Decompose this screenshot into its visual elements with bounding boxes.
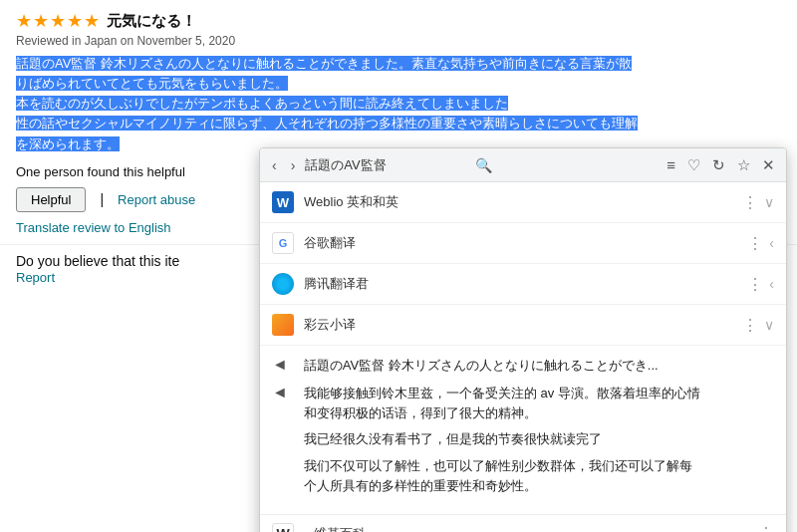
weblio-dots[interactable]: ⋮ [742, 193, 758, 212]
weblio-label: Weblio 英和和英 [304, 193, 738, 211]
report-abuse-link[interactable]: Report abuse [118, 192, 195, 207]
caiyun-logo [272, 314, 294, 336]
google-chevron: ‹ [769, 235, 774, 251]
bottom-text: Do you believe that this ite [16, 253, 179, 269]
result-bullet-1: ◄ [272, 356, 288, 374]
popup-result-text-1: 話題のAV監督 鈴木リズさんの人となりに触れることができ... [304, 356, 659, 376]
wiki-dots[interactable]: ⋮ [758, 524, 774, 532]
popup-result-row-2: ◄ 我能够接触到铃木里兹，一个备受关注的 av 导演。散落着坦率的心情和变得积极… [272, 384, 774, 496]
popup-row-google[interactable]: G 谷歌翻译 ⋮ ‹ [260, 223, 786, 264]
tencent-chevron: ‹ [769, 276, 774, 292]
tencent-logo [272, 273, 294, 295]
popup-search-icon[interactable]: 🔍 [475, 157, 492, 173]
popup-result-text-2c: 我们不仅可以了解性，也可以了解性别少数群体，我们还可以了解每个人所具有的多样性的… [304, 456, 700, 496]
caiyun-label: 彩云小译 [304, 316, 738, 334]
popup-result-row-1: ◄ 話題のAV監督 鈴木リズさんの人となりに触れることができ... [272, 356, 774, 376]
caiyun-dots[interactable]: ⋮ [742, 316, 758, 335]
review-body: 話題のAV監督 鈴木リズさんの人となりに触れることができました。素直な気持ちや前… [16, 54, 781, 154]
popup-close-icon[interactable]: ✕ [759, 154, 778, 176]
weblio-chevron: ∨ [764, 194, 774, 210]
highlighted-text-1: 話題のAV監督 鈴木リズさんの人となりに触れることができました。素直な気持ちや前… [16, 56, 632, 91]
result-bullet-2: ◄ [272, 384, 288, 401]
popup-row-tencent[interactable]: 腾讯翻译君 ⋮ ‹ [260, 264, 786, 305]
popup-loop-icon[interactable]: ↻ [709, 154, 728, 176]
separator: | [100, 191, 104, 207]
google-dots[interactable]: ⋮ [747, 234, 763, 253]
translation-popup: ‹ › 話題のAV監督 🔍 ≡ ♡ ↻ ☆ ✕ W Weblio 英和和英 ⋮ … [259, 147, 787, 532]
google-logo: G [272, 232, 294, 254]
popup-title: 話題のAV監督 [305, 156, 464, 174]
review-title: 元気になる！ [107, 12, 196, 31]
popup-heart-icon[interactable]: ♡ [684, 154, 703, 176]
caiyun-chevron: ∨ [764, 317, 774, 333]
google-label: 谷歌翻译 [304, 234, 743, 252]
popup-result-text-2a: 我能够接触到铃木里兹，一个备受关注的 av 导演。散落着坦率的心情和变得积极的话… [304, 384, 700, 423]
popup-back-button[interactable]: ‹ [268, 155, 281, 175]
star-rating: ★★★★★ [16, 10, 101, 32]
highlighted-text-2: 本を読むのが久しぶりでしたがテンポもよくあっという間に読み終えてしまいました [16, 96, 508, 111]
wiki-logo: W [272, 523, 294, 532]
popup-result-text-2b: 我已经很久没有看书了，但是我的节奏很快就读完了 [304, 429, 700, 449]
review-meta: Reviewed in Japan on November 5, 2020 [16, 34, 781, 48]
popup-star-icon[interactable]: ☆ [734, 154, 753, 176]
popup-result-area: ◄ 話題のAV監督 鈴木リズさんの人となりに触れることができ... ◄ 我能够接… [260, 346, 786, 514]
popup-menu-icon[interactable]: ≡ [664, 154, 678, 175]
popup-row-weblio[interactable]: W Weblio 英和和英 ⋮ ∨ [260, 182, 786, 223]
bottom-report-link[interactable]: Report [16, 270, 55, 285]
highlighted-text-3: 性の話やセクシャルマイノリティに限らず、人それぞれの持つ多様性の重要さや素晴らし… [16, 116, 638, 150]
tencent-label: 腾讯翻译君 [304, 275, 743, 293]
popup-row-caiyun[interactable]: 彩云小译 ⋮ ∨ [260, 305, 786, 346]
stars-row: ★★★★★ 元気になる！ [16, 10, 781, 32]
tencent-dots[interactable]: ⋮ [747, 275, 763, 294]
helpful-button[interactable]: Helpful [16, 187, 86, 212]
popup-wiki-row[interactable]: W 维基百科 ⋮ [260, 514, 786, 532]
weblio-logo: W [272, 191, 294, 213]
wiki-label: 维基百科 [314, 525, 754, 532]
popup-forward-button[interactable]: › [287, 155, 300, 175]
popup-titlebar: ‹ › 話題のAV監督 🔍 ≡ ♡ ↻ ☆ ✕ [260, 148, 786, 182]
